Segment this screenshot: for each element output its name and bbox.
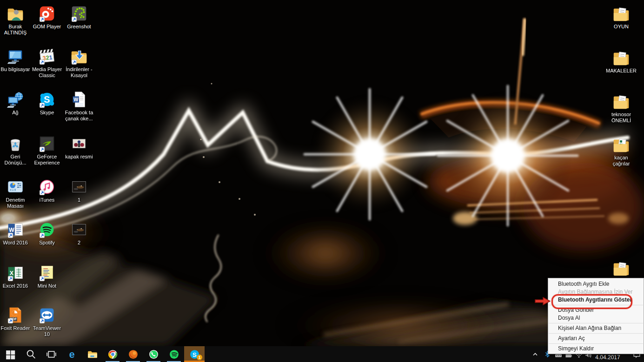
context-menu-item-dosya-al[interactable]: Dosya Al — [548, 314, 644, 322]
desktop-icon-teamviewer-10[interactable]: TeamViewer 10 — [29, 305, 65, 337]
desktop-icon-excel-2016[interactable]: XExcel 2016 — [0, 263, 33, 289]
desktop-icon-label: TeamViewer 10 — [33, 325, 61, 337]
desktop-icon-skype[interactable]: SSkype — [29, 90, 65, 116]
svg-text:W: W — [73, 97, 78, 102]
user-folder-icon — [6, 4, 25, 23]
desktop-icon-spotify[interactable]: Spotify — [29, 220, 65, 246]
desktop-icon-indirilenler-kisayol[interactable]: İndirilenler - Kısayol — [61, 46, 97, 79]
menu-separator — [549, 333, 643, 334]
itunes-icon — [37, 177, 57, 197]
taskbar-firefox-app[interactable] — [123, 346, 143, 362]
desktop-icon-denetim-masasi[interactable]: Denetim Masası — [0, 177, 33, 209]
desktop-icon-gom-player[interactable]: GOM Player — [29, 4, 65, 30]
taskbar-file-explorer-app[interactable] — [82, 346, 102, 362]
control-panel-icon — [6, 177, 25, 197]
tray-hidden-icons-chevron-icon[interactable] — [530, 346, 540, 362]
folder-docs-icon — [611, 4, 631, 23]
desktop-icon-label: Greenshot — [67, 24, 91, 30]
desktop-icon-label: teknosor ÖNEMLİ — [611, 112, 631, 124]
desktop-icon-geforce-experience[interactable]: GeForce Experience — [29, 134, 65, 166]
desktop-icon-label: Foxit Reader — [1, 325, 30, 331]
context-menu-item-dosya-gönder[interactable]: Dosya Gönder — [548, 306, 644, 314]
svg-text:e: e — [69, 349, 74, 360]
taskbar-start-button[interactable] — [0, 346, 20, 362]
context-menu-item-kişisel-alan-ağına-bağlan[interactable]: Kişisel Alan Ağına Bağlan — [548, 324, 644, 332]
desktop-icon-label: Bu bilgisayar — [1, 66, 30, 72]
this-pc-icon — [6, 46, 25, 66]
photo-thumb-icon — [69, 177, 89, 197]
geforce-icon — [37, 134, 57, 153]
desktop-icon-foto-2[interactable]: 2 — [61, 220, 97, 246]
svg-text:S: S — [44, 94, 50, 105]
desktop-icon-teknosor-onemli[interactable]: teknosor ÖNEMLİ — [604, 92, 639, 124]
desktop-icon-foto-1[interactable]: 1 — [61, 177, 97, 203]
menu-separator — [549, 305, 643, 305]
photo-thumb-icon — [69, 220, 89, 239]
greenshot-icon — [69, 4, 89, 23]
gom-player-icon — [37, 4, 57, 23]
desktop-icon-label: Denetim Masası — [6, 197, 25, 209]
spotify-icon — [37, 220, 57, 239]
edge-icon: e — [66, 349, 78, 360]
desktop-icon-itunes[interactable]: iTunes — [29, 177, 65, 203]
svg-text:S: S — [192, 351, 196, 358]
desktop-icon-geri-donusum[interactable]: Geri Dönüşü... — [0, 134, 33, 166]
teamviewer-icon — [37, 305, 57, 325]
menu-separator — [549, 343, 643, 344]
folder-docs-icon — [611, 258, 631, 278]
bluetooth-tray-context-menu: Bluetooth Aygıtı EkleAygıtın Bağlanmasın… — [548, 278, 644, 354]
task-view-icon — [46, 349, 57, 360]
spotify-icon — [168, 349, 180, 360]
file-explorer-icon — [86, 349, 98, 360]
context-menu-item-bluetooth-aygıtlarını-göster[interactable]: Bluetooth Aygıtlarını Göster — [548, 296, 644, 304]
desktop-icon-word-2016[interactable]: WWord 2016 — [0, 220, 33, 246]
excel-2016-icon: X — [6, 263, 25, 283]
desktop-icon-bu-bilgisayar[interactable]: Bu bilgisayar — [0, 46, 33, 72]
desktop-icon-label: OYUN — [614, 24, 629, 30]
desktop-icon-media-player-classic[interactable]: 321Media Player Classic — [29, 46, 65, 79]
svg-text:X: X — [10, 270, 14, 276]
svg-text:W: W — [9, 227, 14, 233]
desktop-icon-foxit-reader[interactable]: PDFFoxit Reader — [0, 305, 33, 331]
desktop-icon-label: Skype — [40, 110, 54, 116]
taskbar-skype-app[interactable]: S1 — [184, 346, 205, 362]
desktop-icon-label: 1 — [78, 197, 80, 203]
context-menu-item-aygıtın-bağlanmasına-i-zin-ver: Aygıtın Bağlanmasına İzin Ver — [548, 288, 644, 296]
desktop-icon-label: GOM Player — [33, 24, 61, 30]
desktop-icon-label: Ağ — [12, 110, 18, 116]
desktop-icon-label: Excel 2016 — [3, 283, 28, 289]
desktop-icon-label: Burak ALTINDİŞ — [4, 24, 27, 36]
context-menu-item-simgeyi-kaldır[interactable]: Simgeyi Kaldır — [548, 345, 644, 353]
desktop-icon-mini-not[interactable]: Mini Not — [29, 263, 65, 289]
taskbar-edge-app[interactable]: e — [61, 346, 82, 362]
network-icon — [6, 90, 25, 109]
desktop-icon-kapak-resmi[interactable]: kapak resmi — [61, 134, 97, 160]
desktop-icon-burak-altindis[interactable]: Burak ALTINDİŞ — [0, 4, 33, 36]
foxit-icon: PDF — [6, 305, 25, 325]
context-menu-item-bluetooth-aygıtı-ekle[interactable]: Bluetooth Aygıtı Ekle — [548, 280, 644, 288]
desktop-icon-makaleler[interactable]: MAKALELER — [604, 48, 639, 74]
desktop-icon-facebook-dokumani[interactable]: WFacebook ta çanak oke... — [61, 90, 97, 122]
desktop-icon-label: kaçan çağrılar — [613, 155, 630, 167]
taskbar-chrome-app[interactable] — [102, 346, 123, 362]
desktop-icon-kacan-cagrilar[interactable]: kaçan çağrılar — [604, 135, 639, 167]
context-menu-item-ayarları-aç[interactable]: Ayarları Aç — [548, 335, 644, 342]
desktop-icon-label: Facebook ta çanak oke... — [65, 110, 93, 122]
downloads-folder-icon — [69, 46, 89, 66]
desktop-icon-partial-folder[interactable] — [604, 258, 639, 278]
desktop-icon-oyun[interactable]: OYUN — [604, 4, 639, 30]
firefox-icon — [127, 349, 139, 360]
folder-docs-icon — [611, 92, 631, 111]
desktop-icon-label: GeForce Experience — [34, 154, 60, 166]
taskbar-spotify-app[interactable] — [164, 346, 184, 362]
windows-desktop: Burak ALTINDİŞGOM PlayerGreenshotBu bilg… — [0, 0, 644, 362]
chrome-icon — [107, 349, 119, 360]
desktop-icon-ag[interactable]: Ağ — [0, 90, 33, 116]
taskbar-task-view-button[interactable] — [41, 346, 61, 362]
desktop-icon-greenshot[interactable]: Greenshot — [61, 4, 97, 30]
desktop-icon-label: kapak resmi — [65, 154, 93, 160]
taskbar-whatsapp-app[interactable] — [143, 346, 164, 362]
taskbar-search-button[interactable] — [20, 346, 41, 362]
word-2016-icon: W — [6, 220, 25, 239]
sticky-note-icon — [37, 263, 57, 283]
